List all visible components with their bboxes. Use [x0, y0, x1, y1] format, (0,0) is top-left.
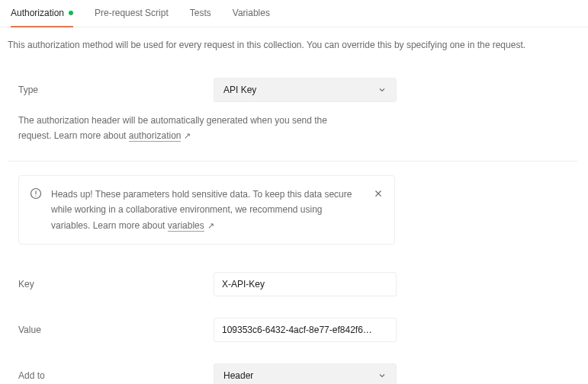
authorization-link[interactable]: authorization: [129, 130, 182, 142]
type-select[interactable]: API Key: [214, 78, 397, 102]
key-label: Key: [18, 279, 214, 290]
notice-text: Heads up! These parameters hold sensitiv…: [51, 187, 364, 233]
tab-content: This authorization method will be used f…: [0, 27, 588, 384]
tab-authorization-label: Authorization: [11, 8, 64, 18]
close-notice-button[interactable]: [373, 188, 384, 201]
value-row: Value: [18, 307, 577, 353]
tab-authorization[interactable]: Authorization: [11, 8, 73, 27]
tab-pre-request-script-label: Pre-request Script: [95, 8, 169, 18]
add-to-row: Add to Header: [18, 353, 577, 384]
chevron-down-icon: [378, 371, 387, 380]
add-to-select[interactable]: Header: [214, 363, 397, 384]
variables-link[interactable]: variables: [168, 220, 204, 232]
external-link-icon: ↗: [184, 129, 191, 143]
value-label: Value: [18, 325, 214, 335]
close-icon: [373, 188, 384, 199]
type-select-value: API Key: [223, 85, 256, 95]
add-to-select-value: Header: [223, 370, 253, 381]
sensitive-data-notice: Heads up! These parameters hold sensitiv…: [18, 175, 395, 245]
tab-bar: Authorization Pre-request Script Tests V…: [0, 0, 588, 27]
info-icon: [30, 187, 42, 202]
value-input[interactable]: [214, 318, 397, 342]
add-to-label: Add to: [18, 370, 214, 381]
external-link-icon: ↗: [207, 219, 214, 233]
tab-tests-label: Tests: [190, 8, 211, 18]
tab-variables-label: Variables: [233, 8, 270, 18]
section-divider: [8, 161, 577, 162]
type-row: Type API Key: [18, 70, 577, 110]
svg-point-2: [35, 195, 36, 196]
key-row: Key: [18, 261, 577, 307]
status-dot-icon: [69, 11, 73, 15]
tab-tests[interactable]: Tests: [190, 8, 211, 27]
auth-fields: Key Value Add to Header: [8, 261, 577, 384]
type-label: Type: [18, 85, 214, 95]
chevron-down-icon: [378, 85, 387, 94]
tab-variables[interactable]: Variables: [233, 8, 270, 27]
auth-helper-text: The authorization header will be automat…: [18, 113, 354, 144]
auth-description: This authorization method will be used f…: [8, 38, 577, 52]
tab-pre-request-script[interactable]: Pre-request Script: [95, 8, 169, 27]
key-input[interactable]: [214, 272, 397, 296]
